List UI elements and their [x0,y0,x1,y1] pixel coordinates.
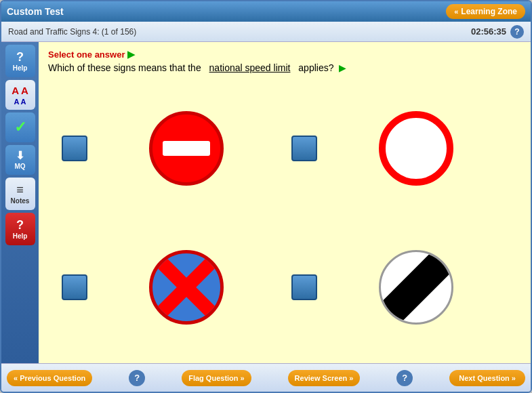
answer-d-selector[interactable] [291,274,317,300]
subtitle-bar: Road and Traffic Signs 4: (1 of 156) 02:… [1,22,531,42]
flag-label: Flag Question [188,374,238,382]
play-arrow-icon[interactable]: ▶ [127,49,135,60]
mq-button[interactable]: ⬇ MQ [5,145,35,175]
content-area: Select one answer ▶ Which of these signs… [39,42,531,363]
help-bottom-icon: ? [16,219,24,231]
sign-speed-limit[interactable] [379,111,453,186]
help-icon-bottom-left[interactable]: ? [129,370,145,386]
timer-area: 02:56:35 ? [471,25,524,39]
flag-chevrons-icon: » [241,374,245,382]
sign-national-speed[interactable] [379,250,453,325]
sign-no-stopping[interactable] [149,250,224,325]
breadcrumb: Road and Traffic Signs 4: (1 of 156) [8,27,136,37]
app-title: Custom Test [7,6,64,17]
main-area: ? Help A A A A ✓ ⬇ MQ ≡ Notes ? Help [1,42,531,363]
answer-c-selector[interactable] [62,274,87,300]
answer-b [291,85,508,211]
sign-a-container [94,111,278,186]
prev-label: Previous Question [20,374,85,382]
app-container: Custom Test « Learning Zone Road and Tra… [0,0,532,393]
previous-question-button[interactable]: « Previous Question [7,370,92,386]
timer: 02:56:35 [471,26,506,37]
review-label: Review Screen [295,374,348,382]
answer-d [291,224,508,350]
mq-label: MQ [14,163,25,170]
tick-button[interactable]: ✓ [5,112,35,142]
sidebar: ? Help A A A A ✓ ⬇ MQ ≡ Notes ? Help [1,42,39,363]
sign-b-container [324,111,508,186]
question-header: Select one answer ▶ Which of these signs… [48,49,521,73]
national-diagonal [379,250,453,325]
notes-icon: ≡ [16,184,24,196]
sign-no-entry[interactable] [149,111,224,186]
notes-label: Notes [11,197,30,205]
question-text: Which of these signs means that the nati… [48,62,521,73]
learning-zone-chevrons-left: « [454,7,458,16]
help-icon-bottom-right[interactable]: ? [396,370,413,386]
help-bottom-button[interactable]: ? Help [5,213,35,245]
answer-a-selector[interactable] [62,136,87,161]
answers-grid [48,79,521,356]
learning-zone-button[interactable]: « Learning Zone [446,4,525,19]
sign-d-container [324,250,508,325]
review-screen-button[interactable]: Review Screen » [288,370,361,386]
help-icon-subtitle[interactable]: ? [510,25,524,39]
aa-large-icon: A A [12,85,28,96]
title-bar: Custom Test « Learning Zone [1,1,531,22]
prev-chevrons-icon: « [14,374,18,382]
aa-small-icon: A A [14,98,26,106]
learning-zone-label: Learning Zone [461,7,517,16]
help-top-button[interactable]: ? Help [5,45,35,77]
help-top-icon: ? [16,51,24,63]
font-size-button[interactable]: A A A A [5,80,35,110]
next-label: Next Question [459,374,510,382]
no-stopping-x [152,253,220,321]
help-bottom-label: Help [13,232,28,240]
mq-arrow-icon: ⬇ [16,150,24,161]
bottom-bar: « Previous Question ? Flag Question » Re… [1,363,531,392]
answer-a [62,85,278,211]
select-answer-label: Select one answer ▶ [48,49,521,60]
help-top-label: Help [13,64,28,72]
flag-question-button[interactable]: Flag Question » [182,370,251,386]
next-question-button[interactable]: Next Question » [449,370,525,386]
answer-b-selector[interactable] [291,136,317,161]
no-entry-bar [163,141,210,156]
review-chevrons-icon: » [349,374,353,382]
answer-c [62,224,278,350]
sign-c-container [94,250,278,325]
notes-button[interactable]: ≡ Notes [5,178,35,210]
tick-icon: ✓ [14,120,26,135]
question-play-icon[interactable]: ▶ [339,62,346,73]
next-chevrons-icon: » [512,374,516,382]
